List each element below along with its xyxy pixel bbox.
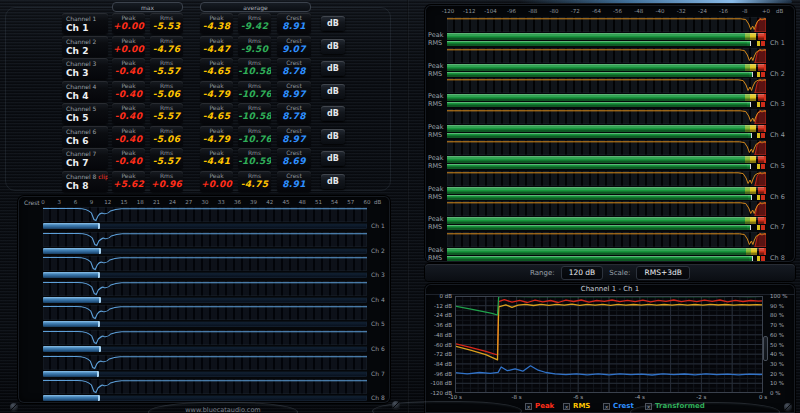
crest-bar-track xyxy=(43,321,367,327)
graph-ylabel-percent: 0 % xyxy=(770,390,780,396)
crest-axis-tick: 6 xyxy=(74,199,78,205)
crest-distribution-strip xyxy=(43,256,367,271)
value-cell-value: -9.42 xyxy=(238,21,271,32)
graph-ylabel-percent: 80 % xyxy=(770,312,784,318)
graph-xlabel-time: -8 s xyxy=(512,394,522,400)
graph-ylabel-percent: 90 % xyxy=(770,303,784,309)
rms-meter-track xyxy=(447,72,766,77)
peak-hold-mark xyxy=(764,125,766,132)
crest-axis-tick: 24 xyxy=(169,199,176,205)
graph-scrollbar-thumb[interactable] xyxy=(763,336,768,361)
legend-item-crest[interactable]: ✕Crest xyxy=(603,402,634,410)
crest-distribution-curve xyxy=(43,355,367,370)
rms-hold-mark xyxy=(757,225,765,230)
value-cell-value: 9.07 xyxy=(277,44,311,55)
db-scale-button[interactable]: dB xyxy=(321,174,345,189)
rms-row-label: RMS xyxy=(428,194,442,201)
value-cell-value: +0.00 xyxy=(112,21,145,32)
rms-hold-mark xyxy=(757,195,765,200)
peak-meter-track xyxy=(447,94,766,101)
channel-stats-row: Channel 3Ch 3Peak-0.40Rms-5.57Peak-4.65R… xyxy=(0,58,400,79)
graph-ylabel-percent: 100 % xyxy=(770,293,787,299)
legend-checkbox[interactable]: ✕ xyxy=(525,403,532,410)
db-scale-button[interactable]: dB xyxy=(321,129,345,144)
value-cell-value: -0.40 xyxy=(112,111,145,122)
peak-row-label: Peak xyxy=(428,93,443,100)
channel-short-label: Ch 7 xyxy=(66,158,108,168)
rms-meter-bar xyxy=(447,41,751,46)
peak-meter-bar xyxy=(447,33,765,40)
value-cell-value: 8.78 xyxy=(277,66,311,77)
graph-ylabel-percent: 10 % xyxy=(770,380,784,386)
graph-xlabel-time: -2 s xyxy=(696,394,706,400)
crest-axis-tick: 57 xyxy=(347,199,354,205)
crest-axis-tick: 60 xyxy=(364,199,371,205)
channel-short-label: Ch 1 xyxy=(66,23,108,33)
db-scale-button[interactable]: dB xyxy=(321,16,345,31)
crest-channel-label: Ch 5 xyxy=(371,320,385,327)
rms-row-label: RMS xyxy=(428,132,442,139)
value-cell-value: -4.47 xyxy=(200,44,233,55)
rms-meter-bar xyxy=(447,195,752,200)
legend-item-peak[interactable]: ✕Peak xyxy=(525,402,554,410)
range-value-button[interactable]: 120 dB xyxy=(561,266,604,280)
meter-axis-tick: -16 xyxy=(719,8,728,14)
scale-value-button[interactable]: RMS+3dB xyxy=(636,266,689,280)
bluecat-website-link[interactable]: www.bluecataudio.com xyxy=(149,403,297,413)
meter-channel-label: Ch 3 xyxy=(770,100,785,108)
legend-label: RMS xyxy=(573,402,590,410)
crest-axis-label: Crest xyxy=(24,199,40,206)
peak-meter-bar xyxy=(447,64,765,71)
legend-checkbox[interactable]: ✕ xyxy=(563,403,570,410)
channel-short-label: Ch 2 xyxy=(66,46,108,56)
crest-channel-label: Ch 2 xyxy=(371,247,385,254)
level-distribution-curve xyxy=(447,48,766,63)
graph-ylabel-db: -96 dB xyxy=(426,371,452,377)
crest-distribution-curve xyxy=(43,232,367,247)
bottom-bezel-oval xyxy=(630,402,780,413)
legend-checkbox[interactable]: ✕ xyxy=(603,403,610,410)
channel-name-cell: Channel 3Ch 3 xyxy=(62,58,108,79)
db-scale-button[interactable]: dB xyxy=(321,151,345,166)
value-cell-value: 8.69 xyxy=(277,156,311,167)
max-group-tab: max xyxy=(112,2,183,12)
db-scale-button[interactable]: dB xyxy=(321,106,345,121)
screw-icon xyxy=(784,403,792,411)
peak-hold-mark xyxy=(764,156,766,163)
crest-channel-label: Ch 1 xyxy=(371,222,385,229)
peak-hold-mark xyxy=(764,187,766,194)
history-plot xyxy=(455,296,763,393)
db-scale-button[interactable]: dB xyxy=(321,84,345,99)
legend-item-rms[interactable]: ✕RMS xyxy=(563,402,590,410)
crest-axis-tick: 51 xyxy=(315,199,322,205)
meter-axis-tick: -112 xyxy=(463,8,475,14)
value-cell-peak: Peak-0.40 xyxy=(112,103,145,124)
crest-bar xyxy=(43,346,101,352)
level-distribution-curve xyxy=(447,140,766,155)
db-scale-button[interactable]: dB xyxy=(321,39,345,54)
level-distribution-strip xyxy=(447,140,766,155)
crest-axis-tick: 15 xyxy=(121,199,128,205)
crest-bar xyxy=(43,297,101,303)
range-label: Range: xyxy=(530,269,555,277)
value-cell-rms: Rms-5.06 xyxy=(150,81,183,102)
value-cell-value: -10.76 xyxy=(238,89,271,100)
value-cell-rms: Rms-5.06 xyxy=(150,126,183,147)
channel-name-label: Channel 7 xyxy=(66,151,108,157)
value-cell-value: 8.91 xyxy=(277,179,311,190)
channel-name-label: Channel 6 xyxy=(66,129,108,135)
meter-axis-tick: -48 xyxy=(634,8,643,14)
value-cell-value: +0.00 xyxy=(200,179,233,190)
rms-meter-track xyxy=(447,41,766,46)
value-cell-value: -5.57 xyxy=(150,111,183,122)
rms-meter-bar xyxy=(447,133,752,138)
meter-axis-tick: -40 xyxy=(656,8,665,14)
crest-channel-label: Ch 6 xyxy=(371,345,385,352)
peak-meter-track xyxy=(447,217,766,224)
value-cell-crest: Crest8.97 xyxy=(277,81,311,102)
crest-distribution-strip xyxy=(43,355,367,370)
center-divider-groove xyxy=(407,0,409,413)
value-cell-value: +5.62 xyxy=(112,179,145,190)
db-scale-button[interactable]: dB xyxy=(321,61,345,76)
graph-ylabel-percent: 40 % xyxy=(770,351,784,357)
